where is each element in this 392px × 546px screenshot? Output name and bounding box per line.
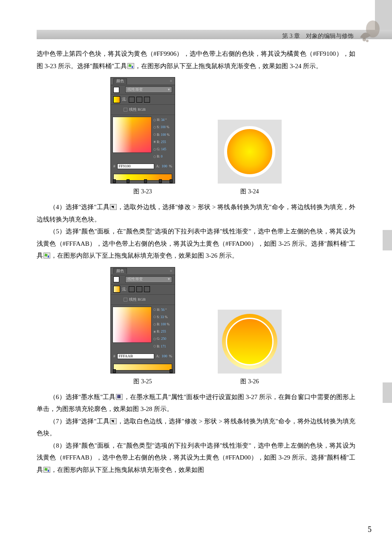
gradient-stop[interactable] <box>159 179 162 183</box>
flow-label: 流: <box>122 286 127 293</box>
figure-caption: 图 3-25 <box>133 376 152 388</box>
h-radio[interactable] <box>153 119 156 121</box>
step-6-paragraph: （6）选择"墨水瓶"工具，在墨水瓶工具"属性"面板中进行设置如图 3-27 所示… <box>37 391 355 415</box>
selection-tool-icon <box>110 204 117 210</box>
stroke-swatch[interactable] <box>113 87 119 93</box>
chevron-down-icon: ▾ <box>168 276 170 283</box>
hex-input[interactable]: FFFAAB <box>117 353 155 359</box>
bb-radio[interactable] <box>153 155 156 158</box>
s-radio[interactable] <box>153 316 156 318</box>
gradient-circle-icon <box>224 126 275 177</box>
checkbox-icon[interactable] <box>124 108 127 112</box>
gradient-ring-icon <box>222 314 277 369</box>
color-spectrum[interactable] <box>112 117 152 153</box>
color-spectrum[interactable] <box>112 307 152 343</box>
gradient-circle-icon <box>226 318 274 365</box>
linear-rgb-label: 线性 RGB <box>129 296 146 303</box>
gradient-stop[interactable] <box>113 369 116 373</box>
chapter-title: 第 3 章 对象的编辑与修饰 <box>282 31 354 42</box>
page-number: 5 <box>368 522 372 537</box>
flow-option-1[interactable] <box>129 286 135 292</box>
h-radio[interactable] <box>153 308 156 311</box>
r-radio[interactable] <box>153 141 156 143</box>
side-tab <box>383 382 392 403</box>
flow-option-3[interactable] <box>144 286 150 292</box>
paint-bucket-icon <box>43 253 50 259</box>
stroke-swatch[interactable] <box>113 276 119 282</box>
intro-paragraph: 选中色带上第四个色块，将其设为黄色（#FF9906），选中色带上右侧的色块，将其… <box>37 48 355 72</box>
g-radio[interactable] <box>153 148 156 151</box>
gradient-ramp[interactable] <box>113 174 172 181</box>
gradient-type-dropdown[interactable]: 线性渐变▾ <box>125 86 172 93</box>
chevron-down-icon: ▾ <box>168 86 170 93</box>
figure-row-1: 颜色≡ 线性渐变▾ 流: 线性 RGB H: 34° <box>37 77 355 198</box>
intro-text-2: ，在图形内部从下至上拖曳鼠标填充渐变色，效果如图 3-24 所示。 <box>135 63 322 69</box>
step-7-paragraph: （7）选择"选择"工具，选取白色边线，选择"修改 > 形状 > 将线条转换为填充… <box>37 415 355 440</box>
gradient-stop[interactable] <box>170 369 173 373</box>
gradient-stop[interactable] <box>144 179 147 183</box>
step-8-paragraph: （8）选择"颜色"面板，在"颜色类型"选项的下拉列表中选择"线性渐变"，选中色带… <box>37 440 355 476</box>
hex-label: # <box>113 353 115 360</box>
paint-bucket-icon <box>43 467 50 473</box>
step-5-paragraph: （5）选择"颜色"面板，在"颜色类型"选项的下拉列表中选择"线性渐变"，选中色带… <box>37 225 355 262</box>
color-panel-fig25: 颜色≡ 线性渐变▾ 流: 线性 RGB H: 56° <box>110 267 175 374</box>
fill-swatch[interactable] <box>113 96 120 103</box>
gradient-type-dropdown[interactable]: 线性渐变▾ <box>125 276 172 283</box>
flow-option-2[interactable] <box>136 286 142 292</box>
selection-tool-icon <box>110 418 117 424</box>
fill-swatch[interactable] <box>113 286 120 293</box>
bb-radio[interactable] <box>153 345 156 348</box>
gradient-stop[interactable] <box>113 179 116 183</box>
flow-label: 流: <box>122 96 127 103</box>
gradient-stop[interactable] <box>127 179 130 183</box>
figure-caption: 图 3-24 <box>240 186 259 198</box>
panel-tab[interactable]: 颜色 <box>113 78 127 84</box>
paint-bucket-icon <box>127 63 134 69</box>
r-radio[interactable] <box>153 330 156 333</box>
side-tab <box>383 230 392 250</box>
b-radio[interactable] <box>153 323 156 326</box>
panel-tab[interactable]: 颜色 <box>113 268 127 274</box>
svg-point-2 <box>366 40 369 42</box>
flow-option-2[interactable] <box>136 97 142 103</box>
g-radio[interactable] <box>153 338 156 340</box>
result-preview-fig26 <box>218 310 282 374</box>
linear-rgb-label: 线性 RGB <box>129 106 146 113</box>
gradient-stop[interactable] <box>170 179 173 183</box>
color-panel-fig23: 颜色≡ 线性渐变▾ 流: 线性 RGB H: 34° <box>110 77 175 184</box>
checkbox-icon[interactable] <box>124 298 127 302</box>
hex-label: # <box>113 163 115 170</box>
hex-input[interactable]: FF9100 <box>117 164 155 169</box>
svg-point-1 <box>363 38 366 41</box>
flow-option-1[interactable] <box>129 97 135 103</box>
header-ornament-icon <box>354 16 383 46</box>
step-4-paragraph: （4）选择"选择"工具，选取外边线，选择"修改 > 形状 > 将线条转换为填充"… <box>37 201 355 225</box>
figure-row-2: 颜色≡ 线性渐变▾ 流: 线性 RGB H: 56° <box>37 267 355 388</box>
s-radio[interactable] <box>153 126 156 129</box>
ink-bottle-icon <box>116 394 123 400</box>
panel-menu-icon[interactable]: ≡ <box>169 269 173 273</box>
result-preview-fig24 <box>218 120 282 184</box>
panel-menu-icon[interactable]: ≡ <box>169 79 173 83</box>
gradient-ramp[interactable] <box>113 364 172 371</box>
figure-caption: 图 3-26 <box>240 376 259 388</box>
b-radio[interactable] <box>153 133 156 136</box>
flow-option-3[interactable] <box>144 97 150 103</box>
figure-caption: 图 3-23 <box>133 186 152 198</box>
